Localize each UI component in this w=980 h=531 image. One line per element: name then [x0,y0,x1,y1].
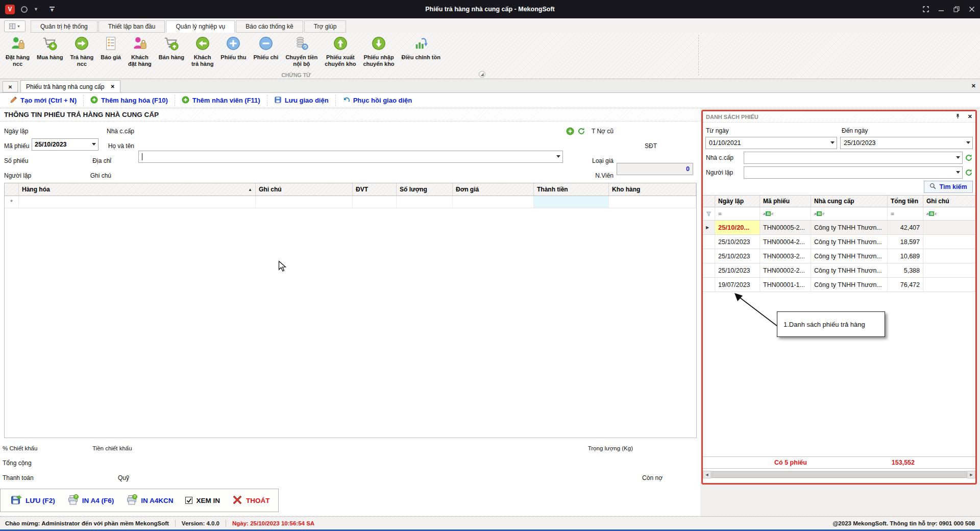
add-supplier-icon[interactable] [566,127,575,136]
luu-button[interactable]: LƯU (F2) [6,494,60,507]
tim-kiem-button[interactable]: Tìm kiếm [924,181,973,193]
them-nhan-vien-button[interactable]: Thêm nhân viên (F11) [175,95,267,106]
close-tab-icon[interactable]: ✕ [110,84,114,89]
refresh-icon[interactable] [577,127,586,136]
filter-cell[interactable]: = [715,207,760,220]
cell-ghi-chu[interactable] [923,221,975,234]
cell-ma-phieu[interactable]: THN00004-2... [760,235,811,249]
ribbon-button-tra-hang-ncc[interactable]: Trả hàng ncc [66,35,97,68]
app-logo-icon[interactable]: V [5,5,15,14]
profile-circle-icon[interactable] [21,6,28,13]
scrollbar-thumb[interactable] [712,471,967,478]
cell-tong-tien[interactable]: 10,689 [888,249,923,263]
ribbon-button-dieu-chinh-ton[interactable]: Điều chỉnh tồn [398,35,444,62]
refresh-icon[interactable] [965,168,973,177]
ngay-lap-picker[interactable]: 25/10/2023 [32,138,99,151]
ribbon-button-khach-tra-hang[interactable]: Khách trả hàng [188,35,217,68]
ribbon-button-dat-hang-ncc[interactable]: Đặt hàng ncc [2,35,33,68]
ribbon-button-chuyen-tien[interactable]: Chuyển tiền nội bộ [282,35,321,68]
in-a4kcn-button[interactable]: ? IN A4KCN [121,494,178,507]
ribbon-button-phieu-chi[interactable]: Phiếu chi [250,35,282,62]
scroll-left-icon[interactable]: ◀ [703,471,711,478]
cell-ma-phieu[interactable]: THN00003-2... [760,249,811,263]
cell-ghi-chu[interactable] [923,278,975,292]
col-don-gia[interactable]: Đơn giá [453,183,534,196]
chevron-down-icon[interactable] [556,155,560,158]
cell-ngay-lap[interactable]: 25/10/2023 [715,263,760,277]
new-row-cell[interactable] [609,196,696,208]
ribbon-button-phieu-xuat-kho[interactable]: Phiếu xuất chuyển kho [321,35,359,68]
thoat-button[interactable]: THOÁT [227,495,275,506]
new-row-cell[interactable] [353,196,397,208]
filter-cell[interactable]: aBc [760,207,811,220]
col-dvt[interactable]: ĐVT [353,183,397,196]
refresh-icon[interactable] [965,154,973,162]
menu-tab-thiet-lap[interactable]: Thiết lập ban đầu [99,20,165,33]
ribbon-button-bao-gia[interactable]: Báo giá [97,35,125,62]
chevron-down-icon[interactable] [830,141,835,144]
table-row[interactable]: 25/10/2023 THN00004-2... Công ty TNHH Th… [703,235,975,249]
cell-ghi-chu[interactable] [923,263,975,277]
close-panel-icon[interactable]: ✕ [968,113,972,120]
table-row[interactable]: 19/07/2023 THN00001-1... Công ty TNHH Th… [703,278,975,292]
new-row-cell[interactable] [256,196,353,208]
horizontal-scrollbar[interactable]: ◀ ▶ [703,471,975,478]
cell-nha-cung-cap[interactable]: Công ty TNHH Thươn... [811,278,888,292]
luu-giao-dien-button[interactable]: Lưu giao diện [267,95,335,106]
cell-ma-phieu[interactable]: THN00002-2... [760,263,811,277]
chevron-down-icon[interactable] [956,156,960,159]
tu-ngay-picker[interactable]: 01/10/2021 [705,137,837,149]
fullscreen-icon[interactable] [923,6,929,12]
cell-nha-cung-cap[interactable]: Công ty TNHH Thươn... [811,249,888,263]
cell-ma-phieu[interactable]: THN00001-1... [760,278,811,292]
scroll-right-icon[interactable]: ▶ [967,471,975,478]
panel-table[interactable]: Ngày lập Mã phiếu Nhà cung cấp Tổng tiền… [703,195,975,292]
table-row[interactable]: 25/10/2023 THN00002-2... Công ty TNHH Th… [703,263,975,278]
menu-tab-bao-cao[interactable]: Báo cáo thống kê [236,20,303,33]
panel-filter-row[interactable]: = aBc aBc = aBc [703,207,975,221]
chevron-down-icon[interactable]: ▼ [34,7,38,12]
chevron-down-icon[interactable] [956,171,960,174]
cell-nha-cung-cap[interactable]: Công ty TNHH Thươn... [811,263,888,277]
ribbon-button-mua-hang[interactable]: Mua hàng [33,35,66,62]
new-row-cell-thanh-tien[interactable] [534,196,609,208]
filter-cell[interactable]: = [888,207,923,220]
nha-cc-combo[interactable] [138,151,563,163]
cell-tong-tien[interactable]: 76,472 [888,278,923,292]
chevron-down-icon[interactable] [92,143,96,146]
cell-ngay-lap[interactable]: 25/10/2023 [715,249,760,263]
restore-icon[interactable] [953,6,960,12]
close-all-tabs-button[interactable]: ✕ [3,81,18,92]
cell-tong-tien[interactable]: 42,407 [888,221,923,234]
cell-ghi-chu[interactable] [923,249,975,263]
them-hang-hoa-button[interactable]: Thêm hàng hóa (F10) [83,95,175,106]
cell-nha-cung-cap[interactable]: Công ty TNHH Thươn... [811,235,888,249]
ribbon-button-khach-dat-hang[interactable]: Khách đặt hàng [125,35,155,68]
cell-ngay-lap[interactable]: 25/10/2023 [715,235,760,249]
col-so-luong[interactable]: Số lượng [397,183,453,196]
cell-nha-cung-cap[interactable]: Công ty TNHH Thươn... [811,221,888,234]
ribbon-button-phieu-thu[interactable]: Phiếu thu [217,35,250,62]
cell-tong-tien[interactable]: 18,597 [888,235,923,249]
xem-in-checkbox[interactable]: XEM IN [180,497,225,504]
filter-cell[interactable]: aBc [923,207,975,220]
pin-icon[interactable] [955,113,961,120]
col-ma-phieu[interactable]: Mã phiếu [760,196,811,207]
table-row[interactable]: 25/10/2023 THN00003-2... Công ty TNHH Th… [703,249,975,263]
col-tong-tien[interactable]: Tổng tiền [888,196,923,207]
minimize-icon[interactable] [938,6,944,12]
den-ngay-picker[interactable]: 25/10/2023 [840,137,973,149]
ribbon-button-phieu-nhap-kho[interactable]: Phiếu nhập chuyển kho [359,35,398,68]
tao-moi-button[interactable]: Tạo mới (Ctrl + N) [3,95,83,106]
new-row-cell[interactable] [19,196,256,208]
close-icon[interactable] [969,6,975,12]
app-menu-button[interactable]: ▼ [4,20,26,32]
phuc-hoi-giao-dien-button[interactable]: Phục hồi giao diện [335,95,419,106]
ribbon-expand-button[interactable]: ◢ [479,71,485,78]
checkbox-checked-icon[interactable] [185,497,192,504]
menu-tab-nghiep-vu[interactable]: Quản lý nghiệp vụ [166,20,235,33]
close-document-icon[interactable]: ✕ [971,83,976,89]
panel-nguoi-lap-combo[interactable] [744,166,963,179]
new-row-cell[interactable] [397,196,453,208]
col-ngay-lap[interactable]: Ngày lập [715,196,760,207]
